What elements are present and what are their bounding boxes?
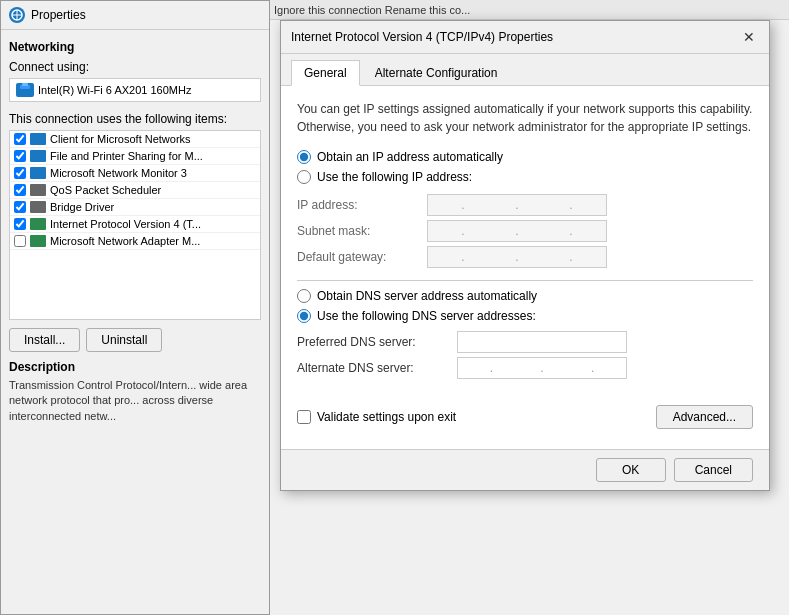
properties-content: Networking Connect using: Intel(R) Wi-Fi… [1,30,269,434]
list-item-icon [30,133,46,145]
dialog-titlebar: Internet Protocol Version 4 (TCP/IPv4) P… [281,21,769,54]
list-item-text: Microsoft Network Monitor 3 [50,167,187,179]
top-bar: Ignore this connection Rename this co... [270,0,789,20]
ip-radio-group: Obtain an IP address automatically Use t… [297,150,753,184]
list-item[interactable]: Internet Protocol Version 4 (T... [10,216,260,233]
cancel-button[interactable]: Cancel [674,458,753,482]
uninstall-button[interactable]: Uninstall [86,328,162,352]
list-item-text: File and Printer Sharing for M... [50,150,203,162]
dialog-ok-cancel-bar: OK Cancel [281,449,769,490]
obtain-dns-auto-radio[interactable] [297,289,311,303]
subnet-mask-label: Subnet mask: [297,224,427,238]
properties-title: Properties [31,8,86,22]
validate-checkbox[interactable] [297,410,311,424]
description-label: Description [9,360,261,374]
alternate-dns-label: Alternate DNS server: [297,361,457,375]
ip-fields-group: IP address: ... Subnet mask: ... Default… [297,194,753,268]
file-sharing-checkbox[interactable] [14,150,26,162]
divider [297,280,753,281]
info-text: You can get IP settings assigned automat… [297,100,753,136]
list-item-icon [30,218,46,230]
items-list: Client for Microsoft Networks File and P… [9,130,261,320]
alternate-dns-row: Alternate DNS server: ... [297,357,753,379]
ipv4-dialog: Internet Protocol Version 4 (TCP/IPv4) P… [280,20,770,491]
tab-alternate-configuration[interactable]: Alternate Configuration [362,60,511,85]
client-networks-checkbox[interactable] [14,133,26,145]
obtain-dns-auto-label: Obtain DNS server address automatically [317,289,537,303]
list-item[interactable]: File and Printer Sharing for M... [10,148,260,165]
validate-row: Validate settings upon exit Advanced... [297,405,753,429]
preferred-dns-label: Preferred DNS server: [297,335,457,349]
list-item[interactable]: Bridge Driver [10,199,260,216]
list-item-icon [30,184,46,196]
tab-bar: General Alternate Configuration [281,54,769,86]
description-text: Transmission Control Protocol/Intern... … [9,378,261,424]
use-following-dns-label: Use the following DNS server addresses: [317,309,536,323]
top-bar-text: Ignore this connection Rename this co... [274,4,470,16]
obtain-ip-auto-label: Obtain an IP address automatically [317,150,503,164]
obtain-dns-auto-option[interactable]: Obtain DNS server address automatically [297,289,753,303]
list-item[interactable]: QoS Packet Scheduler [10,182,260,199]
ip-address-label: IP address: [297,198,427,212]
dns-radio-group: Obtain DNS server address automatically … [297,289,753,323]
list-item[interactable]: Microsoft Network Monitor 3 [10,165,260,182]
properties-titlebar: Properties [1,1,269,30]
list-item-text: Bridge Driver [50,201,114,213]
ms-adapter-checkbox[interactable] [14,235,26,247]
dialog-footer-area: Validate settings upon exit Advanced... [281,397,769,449]
subnet-mask-field: ... [427,220,607,242]
tab-general[interactable]: General [291,60,360,86]
use-following-ip-option[interactable]: Use the following IP address: [297,170,753,184]
adapter-name: Intel(R) Wi-Fi 6 AX201 160MHz [38,84,191,96]
network-monitor-checkbox[interactable] [14,167,26,179]
obtain-ip-auto-option[interactable]: Obtain an IP address automatically [297,150,753,164]
ip-address-field: ... [427,194,607,216]
ip-address-row: IP address: ... [297,194,753,216]
default-gateway-label: Default gateway: [297,250,427,264]
dialog-body: You can get IP settings assigned automat… [281,86,769,397]
default-gateway-field: ... [427,246,607,268]
validate-label: Validate settings upon exit [317,410,456,424]
use-following-dns-option[interactable]: Use the following DNS server addresses: [297,309,753,323]
list-item-text: QoS Packet Scheduler [50,184,161,196]
adapter-row: Intel(R) Wi-Fi 6 AX201 160MHz [9,78,261,102]
alternate-dns-field[interactable]: ... [457,357,627,379]
list-item-icon [30,167,46,179]
dns-section: Obtain DNS server address automatically … [297,289,753,379]
networking-label: Networking [9,40,261,54]
list-item[interactable]: Client for Microsoft Networks [10,131,260,148]
dialog-title: Internet Protocol Version 4 (TCP/IPv4) P… [291,30,553,44]
list-item-text: Internet Protocol Version 4 (T... [50,218,201,230]
ipv4-checkbox[interactable] [14,218,26,230]
list-item-icon [30,201,46,213]
list-item-text: Microsoft Network Adapter M... [50,235,200,247]
qos-checkbox[interactable] [14,184,26,196]
connection-uses-label: This connection uses the following items… [9,112,261,126]
preferred-dns-row: Preferred DNS server: [297,331,753,353]
dialog-close-button[interactable]: ✕ [739,27,759,47]
list-item[interactable]: Microsoft Network Adapter M... [10,233,260,250]
adapter-icon [16,83,34,97]
ok-button[interactable]: OK [596,458,666,482]
install-uninstall-buttons: Install... Uninstall [9,328,261,352]
connect-using-label: Connect using: [9,60,261,74]
use-following-ip-radio[interactable] [297,170,311,184]
bridge-driver-checkbox[interactable] [14,201,26,213]
advanced-button[interactable]: Advanced... [656,405,753,429]
properties-window: Properties Networking Connect using: Int… [0,0,270,615]
install-button[interactable]: Install... [9,328,80,352]
list-item-icon [30,235,46,247]
list-item-text: Client for Microsoft Networks [50,133,191,145]
preferred-dns-input[interactable] [457,331,627,353]
list-item-icon [30,150,46,162]
network-icon [9,7,25,23]
default-gateway-row: Default gateway: ... [297,246,753,268]
use-following-ip-label: Use the following IP address: [317,170,472,184]
svg-rect-5 [22,83,28,86]
use-following-dns-radio[interactable] [297,309,311,323]
subnet-mask-row: Subnet mask: ... [297,220,753,242]
obtain-ip-auto-radio[interactable] [297,150,311,164]
